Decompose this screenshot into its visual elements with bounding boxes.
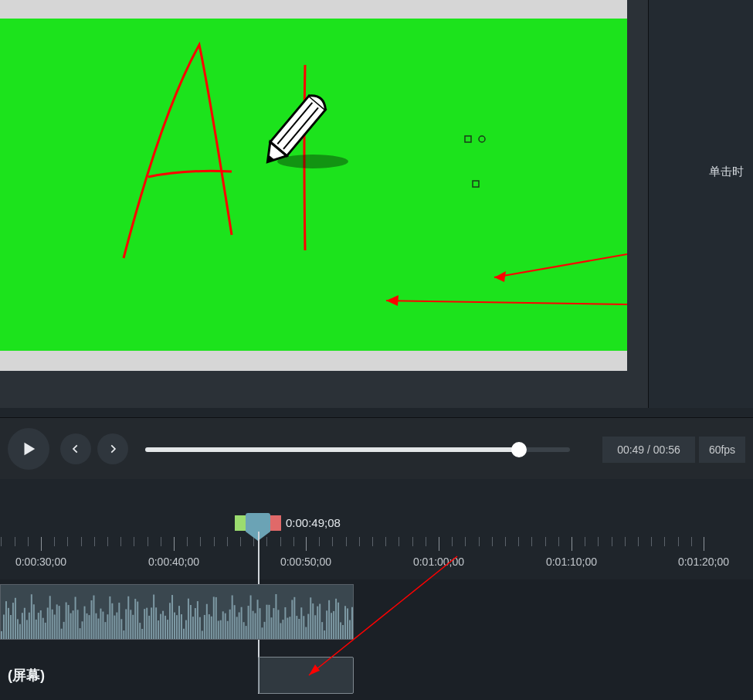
svg-rect-18 [8, 608, 9, 639]
svg-rect-119 [241, 607, 243, 639]
next-frame-button[interactable] [97, 433, 128, 464]
svg-rect-68 [123, 630, 124, 639]
svg-rect-56 [95, 613, 97, 639]
svg-rect-101 [199, 617, 201, 639]
svg-rect-94 [183, 629, 185, 639]
svg-rect-126 [257, 600, 259, 639]
svg-rect-50 [82, 621, 83, 639]
svg-rect-84 [160, 614, 161, 639]
svg-rect-15 [1, 631, 2, 639]
svg-rect-144 [298, 619, 300, 639]
svg-rect-76 [141, 629, 143, 639]
svg-rect-90 [174, 613, 175, 639]
svg-rect-25 [24, 608, 25, 639]
svg-rect-78 [146, 608, 148, 639]
marker-in-icon[interactable] [235, 515, 246, 531]
ruler-tick-label: 0:00:30;00 [15, 556, 66, 568]
ruler-tick-major [306, 537, 307, 551]
svg-rect-26 [26, 620, 28, 639]
marker-out-icon[interactable] [270, 515, 281, 531]
svg-rect-149 [310, 597, 311, 639]
svg-line-2 [386, 301, 627, 304]
audio-clip[interactable] [0, 584, 354, 640]
svg-rect-86 [165, 616, 166, 639]
fps-display[interactable]: 60fps [699, 437, 745, 463]
svg-rect-127 [259, 608, 261, 639]
svg-rect-66 [118, 603, 120, 639]
svg-rect-147 [305, 627, 307, 639]
svg-rect-54 [90, 600, 92, 639]
svg-rect-159 [333, 611, 334, 639]
svg-rect-61 [107, 614, 108, 639]
svg-rect-47 [75, 597, 76, 639]
svg-rect-32 [40, 610, 42, 639]
preview-canvas[interactable] [0, 19, 627, 351]
svg-rect-153 [319, 604, 321, 639]
svg-rect-74 [137, 602, 138, 639]
svg-rect-124 [253, 611, 254, 639]
svg-rect-105 [209, 614, 210, 639]
ruler-ticks: 0:00:30;000:00:40;000:00:50;000:01:00;00… [0, 537, 753, 576]
svg-rect-104 [206, 604, 208, 639]
svg-rect-113 [227, 621, 229, 639]
svg-rect-46 [73, 610, 74, 639]
svg-rect-12 [473, 181, 479, 187]
svg-rect-110 [220, 620, 222, 639]
video-clip[interactable] [258, 657, 354, 694]
svg-rect-128 [262, 627, 263, 639]
chevron-left-icon [70, 443, 81, 454]
seek-knob[interactable] [511, 442, 527, 457]
play-button[interactable] [8, 428, 49, 470]
svg-point-11 [479, 136, 485, 142]
svg-rect-108 [215, 597, 217, 639]
svg-rect-79 [148, 616, 150, 639]
svg-rect-99 [195, 608, 196, 639]
ruler-tick-label: 0:01:20;00 [678, 556, 729, 568]
ruler-tick-major [572, 537, 572, 551]
svg-rect-48 [77, 610, 79, 639]
playhead-handle-icon[interactable] [246, 513, 270, 532]
svg-rect-36 [49, 596, 51, 639]
svg-rect-67 [120, 619, 122, 639]
svg-rect-69 [125, 609, 127, 639]
svg-rect-28 [31, 594, 32, 639]
svg-rect-142 [293, 597, 295, 639]
preview-letterbox [0, 0, 627, 371]
svg-rect-154 [321, 622, 323, 639]
svg-rect-24 [22, 613, 23, 639]
playback-control-bar: 00:49 / 00:56 60fps [0, 417, 753, 479]
svg-rect-59 [102, 612, 103, 639]
svg-rect-164 [344, 606, 346, 639]
svg-rect-42 [63, 622, 65, 639]
svg-rect-156 [326, 610, 327, 639]
svg-rect-100 [197, 601, 198, 639]
timeline-ruler[interactable]: 0:00:30;000:00:40;000:00:50;000:01:00;00… [0, 494, 753, 579]
svg-rect-114 [229, 610, 231, 639]
svg-rect-27 [29, 613, 30, 639]
svg-rect-29 [33, 604, 35, 639]
svg-rect-135 [277, 610, 279, 639]
svg-rect-16 [3, 614, 5, 639]
svg-rect-38 [54, 614, 56, 639]
svg-rect-40 [59, 606, 60, 639]
svg-rect-152 [317, 607, 318, 639]
timeline[interactable]: 0:00:30;000:00:40;000:00:50;000:01:00;00… [0, 494, 753, 700]
video-track[interactable]: (屏幕) [0, 657, 753, 700]
ruler-tick-major [704, 537, 704, 551]
seek-bar[interactable] [145, 447, 570, 452]
svg-rect-77 [144, 609, 145, 639]
svg-rect-43 [66, 603, 67, 639]
svg-rect-34 [45, 623, 46, 639]
svg-rect-163 [342, 625, 344, 639]
svg-rect-145 [300, 607, 302, 639]
preview-pane [0, 0, 649, 408]
prev-frame-button[interactable] [60, 433, 91, 464]
svg-rect-157 [328, 600, 330, 639]
svg-rect-58 [100, 609, 101, 639]
svg-rect-162 [340, 622, 341, 639]
svg-rect-55 [93, 596, 94, 639]
svg-rect-118 [239, 612, 240, 639]
svg-rect-82 [155, 607, 157, 639]
svg-rect-95 [185, 620, 187, 639]
svg-rect-122 [248, 606, 249, 639]
